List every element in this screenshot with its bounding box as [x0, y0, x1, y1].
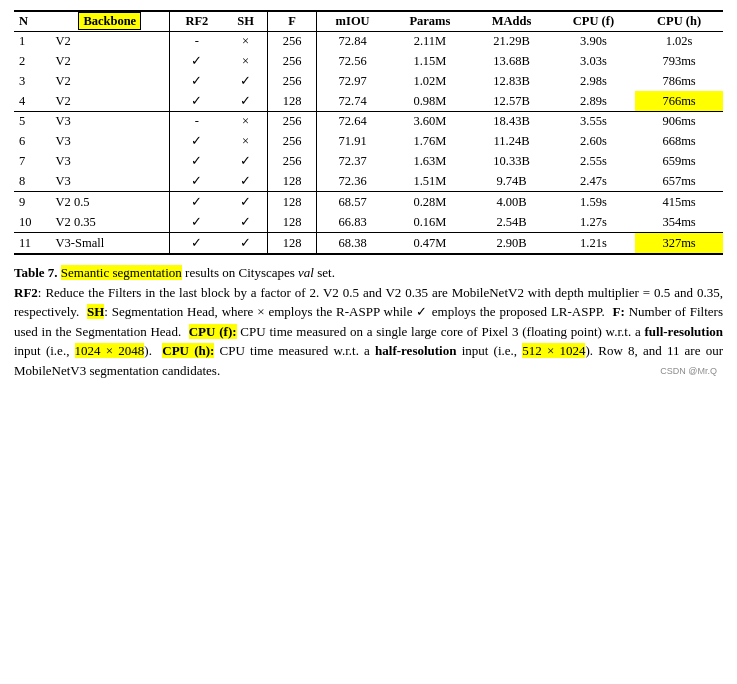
table-cell: 72.84 [316, 32, 388, 52]
caption-text-after-semantic: results on Cityscapes [185, 265, 298, 280]
col-header-sh: SH [224, 11, 268, 32]
table-row: 8V3✓✓12872.361.51M9.74B2.47s657ms [14, 171, 723, 192]
table-cell: 11.24B [471, 131, 552, 151]
table-cell: V2 [51, 32, 170, 52]
table-cell: 3.03s [552, 51, 635, 71]
table-cell: 11 [14, 233, 51, 255]
table-cell: 1.02s [635, 32, 723, 52]
col-header-miou: mIOU [316, 11, 388, 32]
semantic-label-highlight: Semantic segmentation [61, 265, 182, 280]
watermark: CSDN @Mr.Q [660, 366, 717, 376]
table-cell: 1.21s [552, 233, 635, 255]
table-cell: 18.43B [471, 112, 552, 132]
table-cell: 256 [268, 112, 316, 132]
table-cell: V2 [51, 71, 170, 91]
table-cell: 1.59s [552, 192, 635, 213]
table-cell: 256 [268, 32, 316, 52]
table-row: 7V3✓✓25672.371.63M10.33B2.55s659ms [14, 151, 723, 171]
table-cell: × [224, 51, 268, 71]
val-italic: val [298, 265, 314, 280]
backbone-highlight: Backbone [78, 12, 141, 30]
table-cell: 12.57B [471, 91, 552, 112]
table-cell: 72.56 [316, 51, 388, 71]
table-cell: 668ms [635, 131, 723, 151]
table-cell: 7 [14, 151, 51, 171]
table-row: 10V2 0.35✓✓12866.830.16M2.54B1.27s354ms [14, 212, 723, 233]
f-bold: F: [612, 304, 624, 319]
table-cell: 354ms [635, 212, 723, 233]
table-cell: 657ms [635, 171, 723, 192]
table-cell: 256 [268, 151, 316, 171]
table-row: 4V2✓✓12872.740.98M12.57B2.89s766ms [14, 91, 723, 112]
table-cell: 4 [14, 91, 51, 112]
col-header-cpuh: CPU (h) [635, 11, 723, 32]
col-header-rf2: RF2 [170, 11, 224, 32]
table-cell: 13.68B [471, 51, 552, 71]
table-cell: ✓ [224, 91, 268, 112]
table-cell: ✓ [224, 212, 268, 233]
table-row: 11V3-Small✓✓12868.380.47M2.90B1.21s327ms [14, 233, 723, 255]
table-cell: ✓ [170, 71, 224, 91]
res1-highlight: 1024 × 2048 [75, 343, 145, 358]
table-cell: - [170, 112, 224, 132]
table-cell: 72.64 [316, 112, 388, 132]
table-cell: ✓ [170, 51, 224, 71]
table-cell: 72.36 [316, 171, 388, 192]
col-header-cpuf: CPU (f) [552, 11, 635, 32]
col-header-params: Params [389, 11, 472, 32]
table-cell: × [224, 32, 268, 52]
table-cell: ✓ [170, 233, 224, 255]
table-header-row: N Backbone RF2 SH F mIOU Params MAdds CP… [14, 11, 723, 32]
table-cell: 3.90s [552, 32, 635, 52]
table-cell: 2.47s [552, 171, 635, 192]
table-cell: 1.15M [389, 51, 472, 71]
table-cell: 8 [14, 171, 51, 192]
table-cell: ✓ [170, 212, 224, 233]
rf2-bold: RF2 [14, 285, 38, 300]
table-cell: 2.98s [552, 71, 635, 91]
caption-set: set. [314, 265, 335, 280]
col-header-backbone: Backbone [51, 11, 170, 32]
table-row: 3V2✓✓25672.971.02M12.83B2.98s786ms [14, 71, 723, 91]
full-res-bold: full-resolution [644, 324, 723, 339]
sh-bold-hl: SH [87, 304, 104, 319]
table-container: N Backbone RF2 SH F mIOU Params MAdds CP… [14, 10, 723, 380]
table-row: 5V3-×25672.643.60M18.43B3.55s906ms [14, 112, 723, 132]
table-cell: 2.60s [552, 131, 635, 151]
table-cell: V3 [51, 151, 170, 171]
table-cell: ✓ [224, 151, 268, 171]
table-cell: ✓ [224, 171, 268, 192]
table-cell: 0.98M [389, 91, 472, 112]
table-cell: ✓ [170, 192, 224, 213]
table-cell: 6 [14, 131, 51, 151]
table-row: 1V2-×25672.842.11M21.29B3.90s1.02s [14, 32, 723, 52]
table-cell: ✓ [170, 131, 224, 151]
table-cell: 2.11M [389, 32, 472, 52]
table-row: 9V2 0.5✓✓12868.570.28M4.00B1.59s415ms [14, 192, 723, 213]
table-cell: - [170, 32, 224, 52]
cpuf-bold-hl: CPU (f): [189, 324, 237, 339]
table-cell: V3-Small [51, 233, 170, 255]
table-cell: 9 [14, 192, 51, 213]
table-cell: 128 [268, 233, 316, 255]
table-cell: 256 [268, 71, 316, 91]
table-cell: 72.97 [316, 71, 388, 91]
table-cell: 415ms [635, 192, 723, 213]
table-cell: ✓ [224, 192, 268, 213]
table-cell: 2 [14, 51, 51, 71]
table-cell: ✓ [224, 71, 268, 91]
table-cell: 21.29B [471, 32, 552, 52]
table-cell: 128 [268, 192, 316, 213]
table-cell: V2 0.5 [51, 192, 170, 213]
table-cell: ✓ [170, 91, 224, 112]
table-cell: 10 [14, 212, 51, 233]
table-cell: V3 [51, 131, 170, 151]
table-cell: 2.89s [552, 91, 635, 112]
table-cell: 0.16M [389, 212, 472, 233]
table-cell: V2 [51, 91, 170, 112]
table-caption: Table 7. Semantic segmentation results o… [14, 263, 723, 380]
table-cell: 786ms [635, 71, 723, 91]
col-header-f: F [268, 11, 316, 32]
table-cell: 10.33B [471, 151, 552, 171]
table-cell: 71.91 [316, 131, 388, 151]
